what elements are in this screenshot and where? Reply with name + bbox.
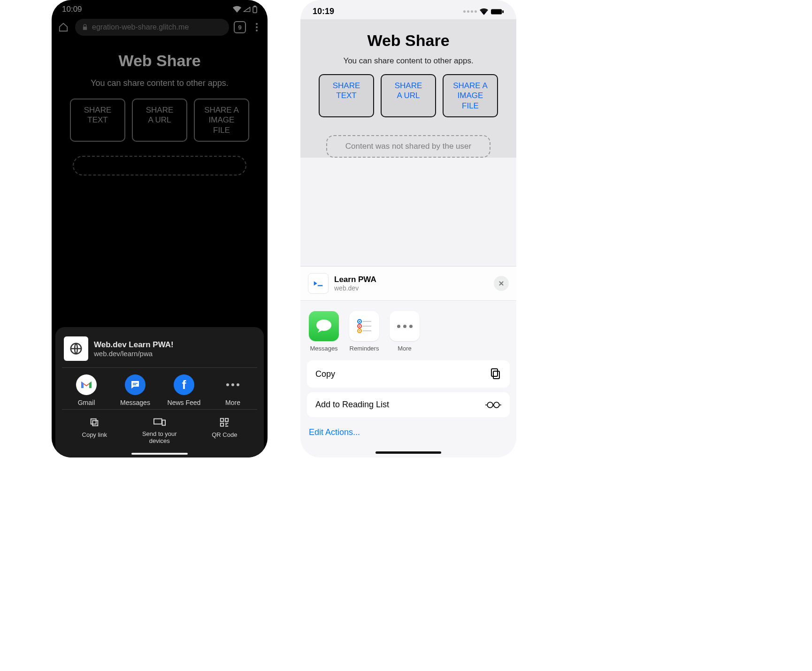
edit-actions-button[interactable]: Edit Actions... [300,422,516,449]
svg-rect-5 [93,420,98,426]
svg-point-19 [359,326,360,327]
android-device: 10:09 egration-web-share.glitch.me 9 Web… [52,0,268,458]
reminders-icon [349,311,379,341]
svg-rect-11 [221,423,223,426]
app-label: Messages [310,345,337,352]
share-actions-list: Copy Add to Reading List [300,358,516,417]
app-label: News Feed [168,399,201,406]
share-url: web.dev/learn/pwa [94,350,174,358]
overflow-menu-button[interactable] [251,23,263,31]
svg-rect-8 [162,420,165,425]
share-target-messages[interactable]: Messages [111,374,160,406]
app-label: Reminders [350,345,379,352]
page-title: Web Share [59,52,260,70]
svg-rect-13 [502,10,504,13]
battery-icon [491,8,504,15]
svg-rect-10 [225,419,228,421]
svg-rect-23 [363,326,371,327]
pwa-logo-icon [312,277,325,290]
page-subtitle: You can share content to other apps. [59,78,260,88]
facebook-icon: f [174,374,194,395]
qr-icon [219,417,230,427]
cellular-icon [243,6,251,13]
messages-icon [309,311,339,341]
share-title: Web.dev Learn PWA! [94,340,174,350]
share-target-reminders[interactable]: Reminders [349,311,379,352]
share-more-button[interactable]: More [208,374,257,406]
share-image-button[interactable]: SHARE A IMAGE FILE [443,74,498,117]
android-gesture-bar [131,453,188,455]
svg-rect-22 [363,321,371,322]
copy-icon [490,368,501,380]
share-thumbnail [64,336,88,361]
reading-list-icon [485,401,501,409]
svg-point-17 [359,321,360,322]
share-more-button[interactable]: More [390,311,420,352]
svg-point-21 [359,330,360,332]
share-image-button[interactable]: SHARE A IMAGE FILE [194,99,249,142]
share-apps-row: Gmail Messages f News Feed More [62,367,257,409]
add-reading-list-action[interactable]: Add to Reading List [307,392,510,417]
ios-time: 10:19 [313,7,334,16]
share-sheet-header: Web.dev Learn PWA! web.dev/learn/pwa [62,334,257,367]
svg-rect-12 [491,9,502,14]
tabs-button[interactable]: 9 [234,21,246,33]
android-statusbar: 10:09 [52,0,268,16]
svg-point-15 [316,320,331,331]
wifi-icon [480,8,488,15]
app-label: More [398,345,412,352]
home-icon [58,22,69,32]
svg-rect-3 [133,383,138,384]
more-icon [222,374,243,395]
share-text-button[interactable]: SHARE TEXT [319,74,374,117]
svg-rect-26 [491,369,498,376]
result-box [73,156,246,175]
home-button[interactable] [56,20,70,34]
url-bar[interactable]: egration-web-share.glitch.me [75,19,229,36]
share-url-button[interactable]: SHARE A URL [381,74,436,117]
ios-home-indicator [375,451,441,454]
android-share-sheet: Web.dev Learn PWA! web.dev/learn/pwa Gma… [55,327,264,458]
copy-action[interactable]: Copy [307,360,510,388]
share-url-button[interactable]: SHARE A URL [132,99,187,142]
share-apps-row: Messages Reminders More [300,301,516,358]
svg-point-27 [487,402,493,408]
globe-icon [69,342,83,356]
share-subtitle: web.dev [334,284,376,292]
gmail-icon [76,374,97,395]
page-subtitle: You can share content to other apps. [308,56,509,66]
close-button[interactable] [494,276,509,291]
android-page-content: Web Share You can share content to other… [52,38,268,175]
more-icon [390,311,420,341]
svg-rect-9 [221,419,223,421]
result-box: Content was not shared by the user [326,135,490,158]
share-target-gmail[interactable]: Gmail [62,374,111,406]
devices-icon [153,417,166,427]
lock-icon [82,24,88,30]
messages-icon [125,374,146,395]
cellular-icon [463,10,477,13]
send-to-devices-action[interactable]: Send to your devices [127,417,192,444]
share-thumbnail [308,273,329,294]
wifi-icon [233,6,241,13]
app-label: Messages [120,399,150,406]
svg-rect-7 [154,419,162,424]
share-text-button[interactable]: SHARE TEXT [70,99,125,142]
svg-rect-14 [318,285,323,286]
svg-rect-1 [254,6,255,7]
svg-rect-25 [493,371,499,379]
qr-code-action[interactable]: QR Code [192,417,257,444]
app-label: Gmail [78,399,95,406]
url-text: egration-web-share.glitch.me [92,23,189,31]
app-label: More [225,399,240,406]
tabs-count: 9 [238,24,241,31]
ios-share-sheet: Learn PWA web.dev Messages Reminders [300,266,516,458]
svg-rect-4 [133,384,136,385]
share-actions-row: Copy link Send to your devices QR Code [62,409,257,449]
android-browser-toolbar: egration-web-share.glitch.me 9 [52,16,268,38]
share-target-facebook[interactable]: f News Feed [160,374,208,406]
copy-link-action[interactable]: Copy link [62,417,127,444]
battery-icon [253,6,257,13]
page-title: Web Share [308,31,509,50]
share-target-messages[interactable]: Messages [309,311,339,352]
